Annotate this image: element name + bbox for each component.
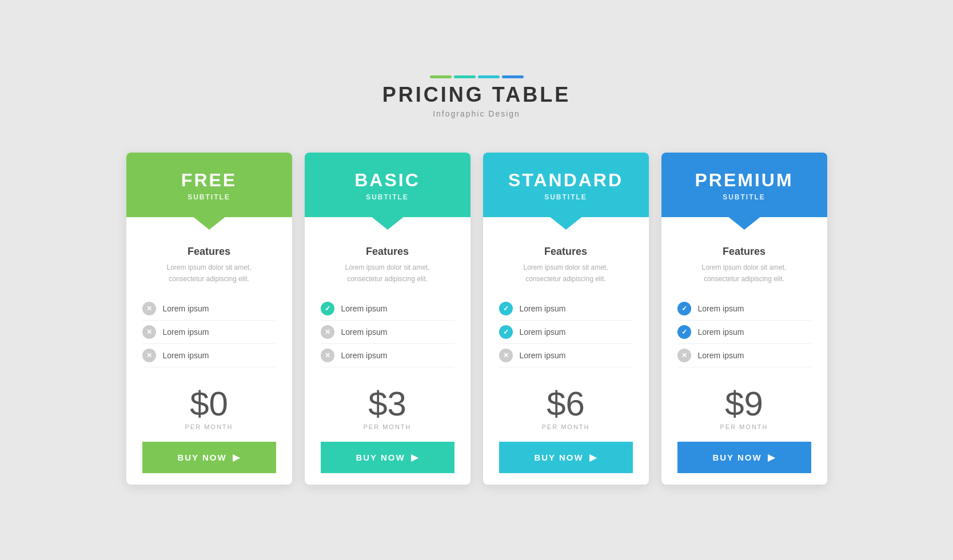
buy-button-arrow-premium: ▶ (768, 452, 776, 463)
plan-subtitle-premium: SUBTITLE (723, 193, 765, 201)
feature-label: Lorem ipsum (163, 351, 209, 360)
feature-item: Lorem ipsum (142, 344, 276, 367)
buy-button-label-basic: BUY NOW (356, 453, 405, 462)
feature-item: Lorem ipsum (499, 344, 633, 367)
feature-list-basic: Lorem ipsum Lorem ipsum Lorem ipsum (321, 297, 454, 367)
card-header-basic: BASIC SUBTITLE (305, 153, 470, 217)
page-subtitle: Infographic Design (382, 109, 571, 118)
price-amount-basic: $3 (321, 387, 454, 421)
price-amount-premium: $9 (677, 387, 811, 421)
feature-icon-cross (142, 325, 156, 339)
plan-subtitle-free: SUBTITLE (188, 193, 230, 201)
buy-button-arrow-basic: ▶ (411, 452, 419, 463)
feature-list-standard: Lorem ipsum Lorem ipsum Lorem ipsum (499, 297, 633, 367)
price-period-basic: PER MONTH (321, 423, 454, 430)
card-body-premium: Features Lorem ipsum dolor sit amet,cons… (661, 217, 827, 484)
accent-bar-green (430, 75, 452, 78)
feature-item: Lorem ipsum (677, 344, 811, 367)
feature-label: Lorem ipsum (341, 327, 388, 337)
feature-item: Lorem ipsum (499, 321, 633, 344)
plan-name-standard: STANDARD (508, 170, 623, 191)
feature-icon-cross (499, 349, 513, 362)
page-title: PRICING TABLE (382, 83, 571, 107)
buy-button-arrow-standard: ▶ (589, 452, 597, 463)
feature-icon-cross (321, 349, 334, 362)
card-header-premium: PREMIUM SUBTITLE (661, 153, 827, 217)
feature-icon-check (677, 302, 691, 315)
buy-button-label-standard: BUY NOW (534, 453, 583, 462)
feature-label: Lorem ipsum (520, 351, 566, 360)
feature-item: Lorem ipsum (321, 344, 454, 367)
card-header-free: FREE SUBTITLE (126, 153, 292, 217)
buy-button-basic[interactable]: BUY NOW ▶ (321, 442, 454, 473)
card-arrow-premium (727, 216, 761, 230)
plan-card-free: FREE SUBTITLE Features Lorem ipsum dolor… (126, 153, 292, 484)
plan-name-free: FREE (181, 170, 237, 191)
accent-bars (382, 75, 571, 78)
feature-label: Lorem ipsum (698, 327, 744, 337)
feature-label: Lorem ipsum (520, 304, 566, 313)
feature-item: Lorem ipsum (677, 297, 811, 321)
buy-button-label-premium: BUY NOW (712, 453, 761, 462)
plan-card-basic: BASIC SUBTITLE Features Lorem ipsum dolo… (305, 153, 470, 484)
feature-item: Lorem ipsum (142, 321, 276, 344)
price-period-premium: PER MONTH (677, 423, 811, 430)
page-header: PRICING TABLE Infographic Design (382, 75, 571, 118)
feature-label: Lorem ipsum (163, 304, 209, 313)
buy-button-label-free: BUY NOW (177, 453, 226, 462)
feature-list-free: Lorem ipsum Lorem ipsum Lorem ipsum (142, 297, 276, 367)
buy-button-standard[interactable]: BUY NOW ▶ (499, 442, 633, 473)
price-section-standard: $6 PER MONTH (499, 387, 633, 430)
feature-icon-cross (142, 349, 156, 362)
plan-card-standard: STANDARD SUBTITLE Features Lorem ipsum d… (483, 153, 649, 484)
buy-button-premium[interactable]: BUY NOW ▶ (677, 442, 811, 473)
features-title-basic: Features (321, 246, 454, 258)
price-period-free: PER MONTH (142, 423, 276, 430)
features-desc-premium: Lorem ipsum dolor sit amet,consectetur a… (677, 262, 811, 284)
card-body-standard: Features Lorem ipsum dolor sit amet,cons… (483, 217, 649, 484)
card-body-free: Features Lorem ipsum dolor sit amet,cons… (126, 217, 292, 484)
card-arrow-basic (370, 216, 405, 230)
feature-icon-check (677, 325, 691, 339)
price-section-premium: $9 PER MONTH (677, 387, 811, 430)
buy-button-arrow-free: ▶ (233, 452, 241, 463)
feature-item: Lorem ipsum (677, 321, 811, 344)
features-desc-free: Lorem ipsum dolor sit amet,consectetur a… (142, 262, 276, 284)
feature-icon-check (499, 325, 513, 339)
price-amount-standard: $6 (499, 387, 633, 421)
feature-icon-check (499, 302, 513, 315)
price-section-basic: $3 PER MONTH (321, 387, 454, 430)
plan-card-premium: PREMIUM SUBTITLE Features Lorem ipsum do… (661, 153, 827, 484)
plan-subtitle-basic: SUBTITLE (366, 193, 409, 201)
accent-bar-cyan (478, 75, 500, 78)
features-desc-standard: Lorem ipsum dolor sit amet,consectetur a… (499, 262, 633, 284)
plan-name-premium: PREMIUM (695, 170, 793, 191)
features-title-premium: Features (677, 246, 811, 258)
price-section-free: $0 PER MONTH (142, 387, 276, 430)
feature-icon-check (321, 302, 334, 315)
feature-label: Lorem ipsum (163, 327, 209, 337)
features-title-free: Features (142, 246, 276, 258)
feature-label: Lorem ipsum (520, 327, 566, 337)
price-amount-free: $0 (142, 387, 276, 421)
page-wrapper: PRICING TABLE Infographic Design FREE SU… (0, 53, 953, 507)
pricing-cards-container: FREE SUBTITLE Features Lorem ipsum dolor… (126, 153, 827, 484)
feature-item: Lorem ipsum (142, 297, 276, 321)
features-title-standard: Features (499, 246, 633, 258)
card-arrow-standard (549, 216, 583, 230)
features-desc-basic: Lorem ipsum dolor sit amet,consectetur a… (321, 262, 454, 284)
buy-button-free[interactable]: BUY NOW ▶ (142, 442, 276, 473)
feature-item: Lorem ipsum (321, 297, 454, 321)
plan-subtitle-standard: SUBTITLE (544, 193, 587, 201)
price-period-standard: PER MONTH (499, 423, 633, 430)
card-body-basic: Features Lorem ipsum dolor sit amet,cons… (305, 217, 470, 484)
feature-item: Lorem ipsum (499, 297, 633, 321)
feature-icon-cross (142, 302, 156, 315)
feature-item: Lorem ipsum (321, 321, 454, 344)
plan-name-basic: BASIC (354, 170, 420, 191)
accent-bar-blue (502, 75, 524, 78)
card-header-standard: STANDARD SUBTITLE (483, 153, 649, 217)
feature-label: Lorem ipsum (698, 304, 744, 313)
feature-label: Lorem ipsum (341, 351, 388, 360)
accent-bar-teal (454, 75, 476, 78)
